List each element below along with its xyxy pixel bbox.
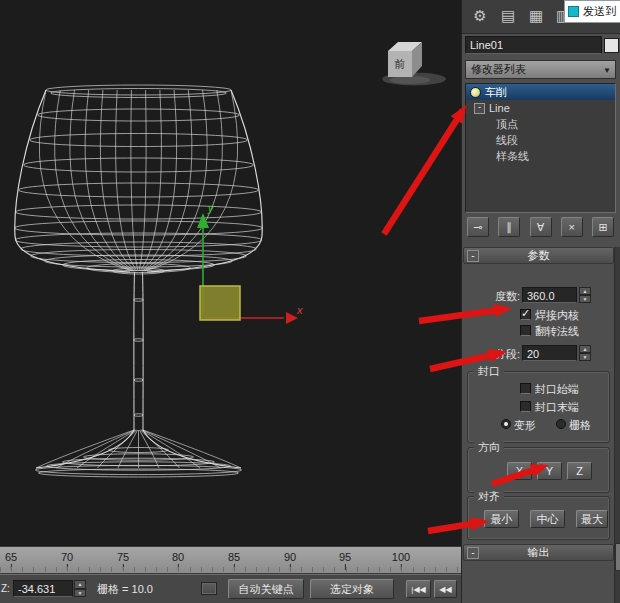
parameters-rollout-title: 参数 <box>464 248 613 263</box>
align-group: 对齐 最小 中心 最大 <box>467 496 610 540</box>
spinner-up-icon[interactable]: ▲ <box>579 287 591 295</box>
cap-end-checkbox[interactable] <box>520 401 531 412</box>
status-bar: Z: -34.631 ▲ ▼ 栅格 = 10.0 自动关键点 选定对象 |◀◀ … <box>0 574 461 603</box>
lightbulb-icon[interactable] <box>470 87 481 98</box>
send-to-icon <box>568 6 579 17</box>
axis-x-label: x <box>296 304 303 316</box>
output-rollout-header[interactable]: - 输出 <box>463 544 614 561</box>
selection-filter-button[interactable]: 选定对象 <box>310 579 394 599</box>
z-coordinate-spinner[interactable]: ▲ ▼ <box>74 580 86 597</box>
remove-modifier-button[interactable]: × <box>561 217 583 237</box>
object-color-swatch[interactable] <box>604 38 619 53</box>
viewport[interactable]: y x 前 <box>0 0 461 546</box>
collapse-icon[interactable]: - <box>467 547 479 559</box>
z-coordinate-label: Z: <box>1 582 10 596</box>
segments-spinner[interactable]: ▲ ▼ <box>579 345 591 361</box>
spinner-down-icon[interactable]: ▼ <box>579 353 591 361</box>
show-end-result-button[interactable]: ∥ <box>498 217 520 237</box>
direction-z-button[interactable]: Z <box>567 462 592 480</box>
stack-item-vertex[interactable]: 顶点 <box>466 116 615 132</box>
modifier-stack: 车削 - Line 顶点 线段 样条线 <box>465 83 616 213</box>
auto-key-button[interactable]: 自动关键点 <box>228 579 304 599</box>
cap-start-checkbox[interactable] <box>520 383 531 394</box>
capping-group-title: 封口 <box>474 365 504 378</box>
minor-ticks <box>0 567 461 572</box>
spinner-up-icon[interactable]: ▲ <box>74 580 86 589</box>
gear-icon[interactable]: ⚙ <box>470 6 490 26</box>
command-panel: ⚙ ▤ ▦ ▥ 发送到 修改器列表 ▼ 车削 - Line 顶点 线段 <box>461 0 620 603</box>
flip-normals-checkbox[interactable] <box>520 325 531 336</box>
grid-label: 栅格 <box>569 418 591 432</box>
grid-size-label: 栅格 = 10.0 <box>97 582 153 596</box>
chevron-down-icon: ▼ <box>603 62 611 79</box>
align-group-title: 对齐 <box>474 490 504 503</box>
panel-scrollbar[interactable] <box>614 247 620 603</box>
axis-gizmo[interactable]: y x <box>197 202 303 324</box>
pin-stack-button[interactable]: ⊸ <box>467 217 489 237</box>
stack-item-label: 样条线 <box>496 148 529 164</box>
weld-core-checkbox[interactable] <box>520 309 531 320</box>
viewcube[interactable]: 前 <box>382 42 446 86</box>
list-panel-icon[interactable]: ▤ <box>498 6 518 26</box>
direction-x-button[interactable]: X <box>507 462 532 480</box>
stack-item-label: 顶点 <box>496 116 518 132</box>
stack-item-line[interactable]: - Line <box>466 100 615 116</box>
morph-label: 变形 <box>514 418 536 432</box>
spinner-up-icon[interactable]: ▲ <box>579 345 591 353</box>
weld-core-label: 焊接内核 <box>535 308 579 322</box>
align-max-button[interactable]: 最大 <box>576 510 608 528</box>
parameters-rollout-header[interactable]: - 参数 <box>463 247 614 264</box>
collapse-tree-icon[interactable]: - <box>474 103 485 114</box>
y-axis-arrowhead <box>197 213 209 228</box>
make-unique-button[interactable]: ∀ <box>530 217 552 237</box>
stack-item-lathe[interactable]: 车削 <box>466 84 615 100</box>
degrees-spinner[interactable]: ▲ ▼ <box>579 287 591 303</box>
flip-normals-label: 翻转法线 <box>535 324 579 338</box>
modifier-stack-toolbar: ⊸ ∥ ∀ × ⊞ <box>465 217 616 239</box>
collapse-icon[interactable]: - <box>467 250 479 262</box>
stack-item-label: 线段 <box>496 132 518 148</box>
timeline-ruler[interactable]: 65 70 75 80 85 90 95 100 <box>0 546 461 574</box>
modifier-list-label: 修改器列表 <box>471 63 526 75</box>
direction-group: 方向 X Y Z <box>467 447 610 493</box>
send-to-label: 发送到 <box>583 4 616 19</box>
stack-item-segment[interactable]: 线段 <box>466 132 615 148</box>
display-panel-icon[interactable]: ▦ <box>526 6 546 26</box>
gizmo-plane-handle[interactable] <box>200 286 240 320</box>
object-name-field[interactable] <box>465 36 602 54</box>
configure-stack-button[interactable]: ⊞ <box>592 217 614 237</box>
wineglass-wireframe <box>15 85 263 477</box>
grid-radio[interactable] <box>556 419 566 429</box>
cap-start-label: 封口始端 <box>535 382 579 396</box>
segments-label: 分段: <box>472 347 520 361</box>
stack-item-label: 车削 <box>485 84 507 100</box>
previous-frame-button[interactable]: ◀◀ <box>434 580 457 598</box>
z-coordinate-field[interactable]: -34.631 <box>13 580 73 597</box>
keyboard-override-icon[interactable] <box>201 582 217 595</box>
spinner-down-icon[interactable]: ▼ <box>74 589 86 598</box>
send-to-popup[interactable]: 发送到 <box>564 0 620 23</box>
degrees-label: 度数: <box>472 289 520 303</box>
cap-end-label: 封口末端 <box>535 400 579 414</box>
go-to-start-button[interactable]: |◀◀ <box>406 580 431 598</box>
stack-item-label: Line <box>489 100 510 116</box>
viewcube-front-label: 前 <box>394 58 406 70</box>
3dsmax-window: y x 前 ⚙ ▤ ▦ ▥ 发送到 修改器列表 <box>0 0 620 603</box>
direction-group-title: 方向 <box>474 441 504 454</box>
direction-y-button[interactable]: Y <box>537 462 562 480</box>
spinner-down-icon[interactable]: ▼ <box>579 295 591 303</box>
modifier-list-dropdown[interactable]: 修改器列表 ▼ <box>465 60 616 79</box>
degrees-field[interactable]: 360.0 <box>522 287 577 303</box>
viewport-canvas: y x 前 <box>0 0 461 546</box>
morph-radio[interactable] <box>501 419 511 429</box>
align-center-button[interactable]: 中心 <box>530 510 565 528</box>
output-rollout-title: 输出 <box>464 545 613 560</box>
stack-item-spline[interactable]: 样条线 <box>466 148 615 164</box>
panel-scrollbar-thumb[interactable] <box>615 543 620 571</box>
capping-group: 封口 封口始端 封口末端 变形 栅格 <box>467 371 610 443</box>
segments-field[interactable]: 20 <box>522 345 577 361</box>
align-min-button[interactable]: 最小 <box>484 510 519 528</box>
